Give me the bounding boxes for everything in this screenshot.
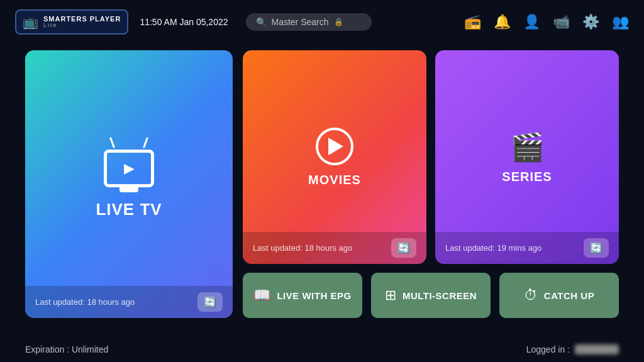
series-clapper-icon: 🎬 <box>510 131 545 163</box>
multiscreen-icon: ⊞ <box>385 287 396 304</box>
series-updated: Last updated: 19 mins ago <box>445 243 541 253</box>
bottom-row: 📖 LIVE WITH EPG ⊞ MULTI-SCREEN ⏱ CATCH U… <box>243 273 619 318</box>
header: 📺 SMARTERS PLAYER Lite 11:50 AM Jan 05,2… <box>0 0 644 44</box>
catchup-label: CATCH UP <box>544 290 594 301</box>
catchup-icon: ⏱ <box>524 287 538 304</box>
search-bar[interactable]: 🔍 Master Search 🔒 <box>246 13 372 31</box>
logo: 📺 SMARTERS PLAYER Lite <box>15 9 128 35</box>
multiscreen-label: MULTI-SCREEN <box>402 290 477 301</box>
tv-stand <box>119 187 138 192</box>
datetime: 11:50 AM Jan 05,2022 <box>140 17 228 27</box>
movies-footer: Last updated: 18 hours ago 🔄 <box>243 232 426 264</box>
record-icon[interactable]: 📹 <box>553 14 570 30</box>
epg-label: LIVE WITH EPG <box>277 290 351 301</box>
top-row: MOVIES Last updated: 18 hours ago 🔄 🎬 SE… <box>243 50 619 264</box>
footer: Expiration : Unlimited Logged in : <box>0 337 644 362</box>
live-tv-title: LIVE TV <box>96 200 162 219</box>
catch-up-card[interactable]: ⏱ CATCH UP <box>499 273 619 318</box>
live-tv-card[interactable]: LIVE TV Last updated: 18 hours ago 🔄 <box>25 50 233 318</box>
logo-text: SMARTERS PLAYER Lite <box>43 15 121 29</box>
series-footer: Last updated: 19 mins ago 🔄 <box>435 232 619 264</box>
series-title: SERIES <box>502 170 552 184</box>
username-blurred <box>575 344 619 354</box>
multi-screen-card[interactable]: ⊞ MULTI-SCREEN <box>371 273 491 318</box>
radio-icon[interactable]: 📻 <box>464 14 481 30</box>
main-content: LIVE TV Last updated: 18 hours ago 🔄 MOV… <box>0 44 644 331</box>
logged-in-label: Logged in : <box>526 344 570 354</box>
epg-icon: 📖 <box>253 287 270 304</box>
settings-icon[interactable]: ⚙️ <box>582 14 599 30</box>
movies-refresh-button[interactable]: 🔄 <box>391 238 416 258</box>
movies-card[interactable]: MOVIES Last updated: 18 hours ago 🔄 <box>243 50 426 264</box>
logged-in-section: Logged in : <box>526 344 619 354</box>
movies-updated: Last updated: 18 hours ago <box>253 243 352 253</box>
profile-icon[interactable]: 👥 <box>612 14 629 30</box>
live-tv-updated: Last updated: 18 hours ago <box>35 297 135 307</box>
tv-icon-wrapper <box>104 150 154 192</box>
search-placeholder: Master Search <box>272 17 329 27</box>
live-tv-refresh-button[interactable]: 🔄 <box>197 292 223 312</box>
user-icon[interactable]: 👤 <box>523 14 540 30</box>
search-icon: 🔍 <box>256 17 267 27</box>
tv-body-icon <box>104 150 154 187</box>
logo-subtitle: Lite <box>43 23 121 29</box>
lock-icon: 🔒 <box>334 18 343 26</box>
right-column: MOVIES Last updated: 18 hours ago 🔄 🎬 SE… <box>243 50 619 318</box>
expiration-text: Expiration : Unlimited <box>25 344 108 354</box>
live-tv-footer: Last updated: 18 hours ago 🔄 <box>25 286 233 318</box>
header-icons: 📻 🔔 👤 📹 ⚙️ 👥 <box>464 14 629 30</box>
series-refresh-button[interactable]: 🔄 <box>584 238 609 258</box>
antenna-left <box>109 137 115 148</box>
series-card[interactable]: 🎬 SERIES Last updated: 19 mins ago 🔄 <box>435 50 619 264</box>
movies-play-icon <box>316 128 353 165</box>
live-epg-card[interactable]: 📖 LIVE WITH EPG <box>243 273 362 318</box>
tv-logo-icon: 📺 <box>23 14 38 30</box>
bell-icon[interactable]: 🔔 <box>494 14 511 30</box>
movies-title: MOVIES <box>308 173 361 187</box>
antenna-right <box>143 137 148 148</box>
